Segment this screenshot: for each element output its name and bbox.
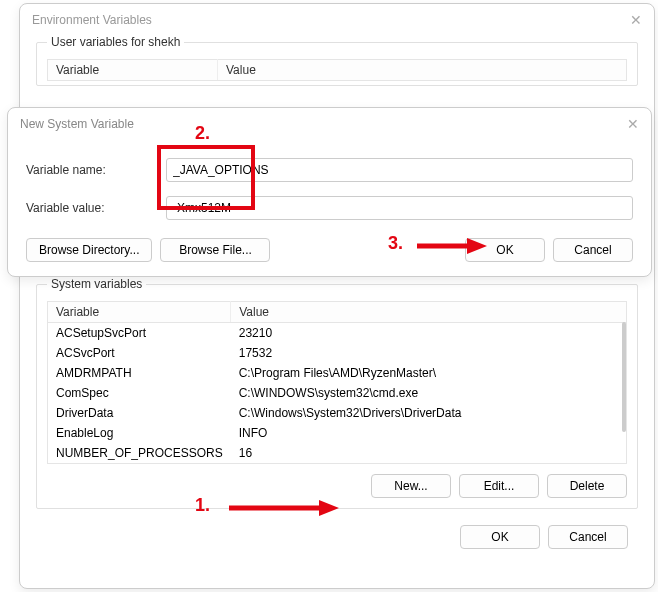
environment-variables-dialog: Environment Variables ✕ User variables f…: [19, 3, 655, 589]
ok-button[interactable]: OK: [465, 238, 545, 262]
dialog-titlebar: New System Variable ✕: [8, 108, 651, 136]
variable-cell: ACSetupSvcPort: [48, 323, 231, 344]
value-cell: C:\Program Files\AMD\RyzenMaster\: [231, 363, 627, 383]
variable-cell: AMDRMPATH: [48, 363, 231, 383]
cancel-button[interactable]: Cancel: [548, 525, 628, 549]
edit-button[interactable]: Edit...: [459, 474, 539, 498]
table-row[interactable]: AMDRMPATHC:\Program Files\AMD\RyzenMaste…: [48, 363, 627, 383]
table-row[interactable]: NUMBER_OF_PROCESSORS16: [48, 443, 627, 464]
system-variables-buttons: New... Edit... Delete: [47, 474, 627, 498]
value-cell: C:\Windows\System32\Drivers\DriverData: [231, 403, 627, 423]
table-row[interactable]: ACSvcPort17532: [48, 343, 627, 363]
variable-cell: EnableLog: [48, 423, 231, 443]
variable-value-label: Variable value:: [26, 201, 166, 215]
table-row[interactable]: DriverDataC:\Windows\System32\Drivers\Dr…: [48, 403, 627, 423]
variable-cell: DriverData: [48, 403, 231, 423]
new-button[interactable]: New...: [371, 474, 451, 498]
close-icon[interactable]: ✕: [630, 12, 642, 28]
scrollbar[interactable]: [622, 322, 626, 432]
user-variables-group: User variables for shekh Variable Value: [36, 42, 638, 86]
dialog-bottom-buttons: Browse Directory... Browse File... OK Ca…: [8, 224, 651, 262]
value-cell: INFO: [231, 423, 627, 443]
value-cell: 23210: [231, 323, 627, 344]
browse-directory-button[interactable]: Browse Directory...: [26, 238, 152, 262]
variable-value-row: Variable value:: [8, 192, 651, 224]
variable-value-input[interactable]: [166, 196, 633, 220]
value-cell: 17532: [231, 343, 627, 363]
system-variables-table[interactable]: Variable Value ACSetupSvcPort23210ACSvcP…: [47, 301, 627, 464]
user-variables-table[interactable]: Variable Value: [47, 59, 627, 81]
column-header-value[interactable]: Value: [218, 60, 627, 81]
table-row[interactable]: EnableLogINFO: [48, 423, 627, 443]
value-cell: 16: [231, 443, 627, 464]
new-system-variable-dialog: New System Variable ✕ Variable name: Var…: [7, 107, 652, 277]
variable-cell: ACSvcPort: [48, 343, 231, 363]
cancel-button[interactable]: Cancel: [553, 238, 633, 262]
variable-name-input[interactable]: [166, 158, 633, 182]
table-row[interactable]: ComSpecC:\WINDOWS\system32\cmd.exe: [48, 383, 627, 403]
user-variables-label: User variables for shekh: [47, 35, 184, 49]
ok-button[interactable]: OK: [460, 525, 540, 549]
system-variables-label: System variables: [47, 277, 146, 291]
variable-cell: NUMBER_OF_PROCESSORS: [48, 443, 231, 464]
variable-name-label: Variable name:: [26, 163, 166, 177]
dialog-title: Environment Variables: [32, 13, 152, 27]
dialog-title: New System Variable: [20, 117, 134, 131]
browse-file-button[interactable]: Browse File...: [160, 238, 270, 262]
variable-cell: ComSpec: [48, 383, 231, 403]
dialog-buttons: OK Cancel: [20, 519, 654, 549]
dialog-titlebar: Environment Variables ✕: [20, 4, 654, 32]
column-header-variable[interactable]: Variable: [48, 60, 218, 81]
system-variables-group: System variables Variable Value ACSetupS…: [36, 284, 638, 509]
table-row[interactable]: ACSetupSvcPort23210: [48, 323, 627, 344]
column-header-value[interactable]: Value: [231, 302, 627, 323]
variable-name-row: Variable name:: [8, 154, 651, 186]
delete-button[interactable]: Delete: [547, 474, 627, 498]
value-cell: C:\WINDOWS\system32\cmd.exe: [231, 383, 627, 403]
close-icon[interactable]: ✕: [627, 116, 639, 132]
column-header-variable[interactable]: Variable: [48, 302, 231, 323]
